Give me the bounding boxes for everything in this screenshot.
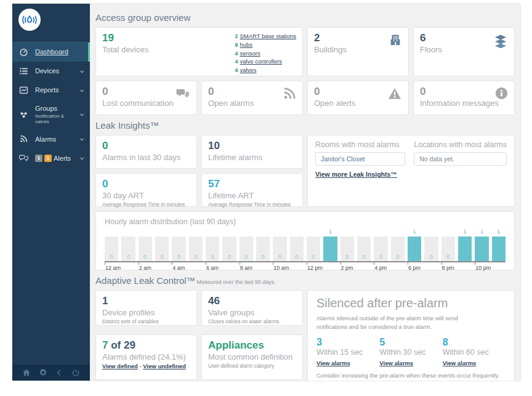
axis-slot: 10 am [273,262,286,272]
sidebar-item-groups[interactable]: Groups Notification & valves [12,100,90,129]
chevron-down-icon [79,155,85,161]
bar-12pm: 0 [307,236,320,261]
total-devices-card: 19 Total devices 2SMART base stations 9h… [95,27,303,76]
silenced-after-pre-alarm-card: Silenced after pre-alarm Alarms silenced… [307,290,515,381]
locations-value-box[interactable]: No data yet. [414,152,507,166]
axis-slot [155,262,169,272]
device-profiles-card: 1 Device profiles Distinct sets of varia… [95,290,197,326]
axis-slot [256,262,270,272]
valve-groups-caption: Closes valves on water alarms [208,318,296,325]
rooms-value-box[interactable]: Janitor's Closet [315,152,405,166]
comments-icon [19,153,30,163]
alarms-30-days-label: Alarms in last 30 days [102,153,190,162]
axis-slot: 12 pm [307,262,320,272]
axis-slot [323,262,337,272]
appliances-value: Appliances [208,339,296,352]
sidebar-item-dashboard[interactable]: Dashboard [12,42,90,62]
open-alerts-card: 0 Open alerts [307,81,409,115]
section-title-adaptive: Adaptive Leak Control™Measured over the … [95,275,515,286]
axis-slot: 4 pm [374,262,387,272]
axis-slot [458,262,472,272]
device-type-link[interactable]: sensors [240,50,260,57]
bar-2am: 0 [139,236,152,261]
alarms-defined-value: 7 of 29 [102,339,190,352]
silenced-footer-note: Consider increasing the pre-alarm when t… [316,372,506,379]
sidebar-item-devices[interactable]: Devices [12,62,90,81]
axis-slot: 8 am [240,262,253,272]
silenced-60s-value: 8 [443,337,506,348]
chevron-down-icon [79,87,85,94]
report-chart-icon [19,86,30,95]
sidebar-spacer [12,168,90,365]
home-icon[interactable] [22,368,31,377]
bar-3pm: 0 [357,236,371,261]
sidebar-item-label: Devices [35,67,59,75]
bar-12am: 0 [105,236,118,261]
bar-3am: 0 [155,236,169,261]
power-icon[interactable] [71,368,80,377]
view-more-leak-insights-link[interactable]: View more Leak Insights™ [315,171,397,178]
comments-icon [175,87,190,100]
axis-slot: 2 pm [341,262,354,272]
view-undefined-link[interactable]: View undefined [143,363,186,370]
alarms-30-days-value: 0 [102,140,190,152]
rooms-with-most-alarms: Rooms with most alarms Janitor's Closet [315,140,405,166]
silenced-15s-label: Within 15 sec [316,348,379,357]
adaptive-grid: 1 Device profiles Distinct sets of varia… [95,290,515,381]
rss-icon [283,87,296,100]
sidebar-item-reports[interactable]: Reports [12,81,90,100]
valve-groups-card: 46 Valve groups Closes valves on water a… [201,290,303,326]
bar-8pm: 0 [441,236,455,261]
bar-11pm: 1 [492,236,506,261]
silenced-columns: 3 Within 15 sec View alarms 5 Within 30 … [316,337,506,368]
axis-slot: 6 pm [408,262,421,272]
axis-slot [121,262,135,272]
lifetime-alarms-card: 10 Lifetime alarms [201,135,303,169]
lifetime-alarms-label: Lifetime alarms [208,153,296,162]
device-type-link[interactable]: valves [240,67,256,73]
lifetime-art-label: Lifetime ART [208,191,296,200]
device-type-links: 2SMART base stations 9hubs 4sensors 4val… [235,32,296,75]
signal-drop-logo-icon [18,9,41,31]
axis-slot: 2 am [139,262,152,272]
bar-10am: 0 [273,236,286,261]
sidebar-item-alarms[interactable]: Alarms [12,129,90,148]
bar-6pm: 1 [408,236,421,261]
device-count: 4 [235,58,238,65]
silenced-col-60s: 8 Within 60 sec View alarms [443,337,506,368]
silenced-30s-value: 5 [379,337,442,348]
adaptive-title-text: Adaptive Leak Control™ [95,275,196,286]
chart-axis: 12 am2 am4 am6 am8 am10 am12 pm2 pm4 pm6… [105,262,506,272]
lifetime-alarms-value: 10 [208,140,296,152]
sidebar-item-label: Reports [35,86,59,94]
silenced-title: Silenced after pre-alarm [316,296,506,310]
sidebar: Dashboard Devices Reports [12,4,90,381]
view-alarms-link[interactable]: View alarms [379,360,413,366]
bar-7am: 0 [222,236,236,261]
axis-slot: 10 pm [475,262,488,272]
alerts-badge-orange: 1 [44,155,52,162]
device-type-link[interactable]: valve controllers [240,58,282,65]
device-type-link[interactable]: hubs [240,41,252,48]
bar-5pm: 0 [391,236,405,261]
view-alarms-link[interactable]: View alarms [316,360,350,366]
chart-title: Hourly alarm distribution (last 90 days) [105,217,506,226]
device-list-icon [19,67,30,76]
view-defined-link[interactable]: View defined [102,363,138,370]
view-alarms-link[interactable]: View alarms [443,360,477,366]
most-alarms-card: Rooms with most alarms Janitor's Closet … [307,135,515,207]
gear-icon[interactable] [39,368,47,377]
info-circle-icon [495,87,508,100]
floors-card: 6 Floors [413,27,515,76]
sidebar-item-alerts[interactable]: 1 1 Alerts [12,148,90,168]
leak-insights-grid: 0 Alarms in last 30 days 10 Lifetime ala… [95,135,515,207]
alerts-badge-gray: 1 [35,155,42,162]
device-link-row: 4valves [235,66,296,75]
collapse-chevron-left-icon[interactable] [55,368,63,377]
art-30-day-card: 0 30 day ART Average Response Time in mi… [95,173,197,207]
bar-9pm: 1 [458,236,472,261]
device-type-link[interactable]: SMART base stations [240,33,296,39]
chevron-down-icon [79,136,85,142]
overview-grid: 19 Total devices 2SMART base stations 9h… [95,27,515,115]
sidebar-item-label: Dashboard [35,48,68,55]
